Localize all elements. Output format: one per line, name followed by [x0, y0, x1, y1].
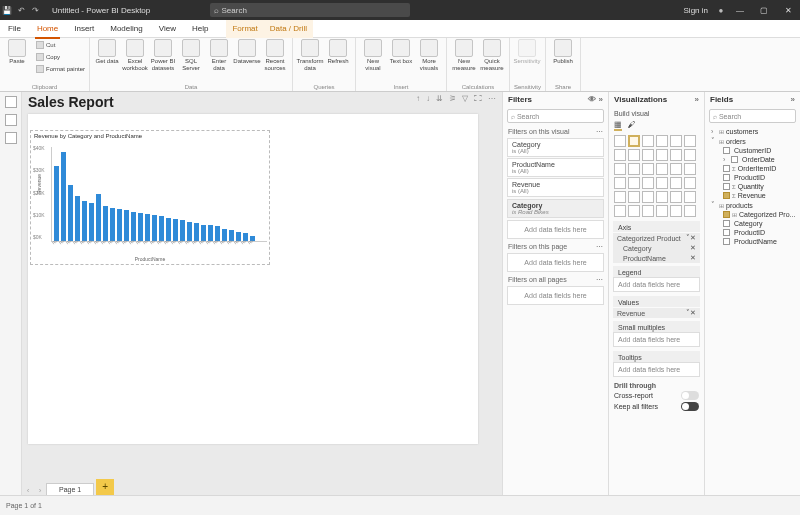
format-painter-icon[interactable]	[36, 65, 44, 73]
field-node[interactable]: Category	[707, 219, 798, 228]
sql-button[interactable]: SQL Server	[178, 39, 204, 72]
bar[interactable]	[145, 214, 150, 241]
collapse-icon[interactable]: »	[692, 95, 699, 104]
menu-insert[interactable]: Insert	[66, 20, 102, 38]
bar[interactable]	[117, 209, 122, 241]
dataverse-button[interactable]: Dataverse	[234, 39, 260, 65]
filter-card[interactable]: ProductNameis (All)	[507, 158, 604, 177]
viz-type-icon[interactable]	[684, 163, 696, 175]
cross-report-toggle[interactable]	[681, 391, 699, 400]
viz-type-icon[interactable]	[642, 191, 654, 203]
bar[interactable]	[131, 212, 136, 241]
expand-icon[interactable]: ⇊	[436, 94, 443, 103]
viz-type-icon[interactable]	[614, 205, 626, 217]
viz-type-icon[interactable]	[614, 163, 626, 175]
remove-icon[interactable]: ✕	[690, 244, 696, 252]
field-node[interactable]: ProductID	[707, 173, 798, 182]
quick-measure-button[interactable]: Quick measure	[479, 39, 505, 72]
menu-data-drill[interactable]: Data / Drill	[264, 20, 313, 38]
redo-icon[interactable]: ↷	[28, 6, 42, 15]
drill-down-icon[interactable]: ↓	[426, 94, 430, 103]
viz-type-icon[interactable]	[670, 163, 682, 175]
bar[interactable]	[173, 219, 178, 241]
viz-type-icon[interactable]	[670, 149, 682, 161]
menu-modeling[interactable]: Modeling	[102, 20, 150, 38]
table-node[interactable]: ›⊞customers	[707, 127, 798, 136]
menu-view[interactable]: View	[151, 20, 184, 38]
bar[interactable]	[89, 203, 94, 241]
viz-type-icon[interactable]	[642, 205, 654, 217]
bar[interactable]	[96, 194, 101, 241]
small-multiples-drop[interactable]: Add data fields here	[613, 332, 700, 347]
sign-in-link[interactable]: Sign in	[678, 6, 714, 15]
new-measure-button[interactable]: New measure	[451, 39, 477, 72]
viz-type-icon[interactable]	[656, 177, 668, 189]
more-options-icon[interactable]: ⋯	[488, 94, 496, 103]
hierarchy-icon[interactable]: ⚞	[449, 94, 456, 103]
drill-up-icon[interactable]: ↑	[416, 94, 420, 103]
eye-icon[interactable]: 👁	[585, 95, 596, 104]
avatar-icon[interactable]: ●	[714, 6, 728, 15]
add-page-button[interactable]: +	[96, 479, 114, 495]
page-tab[interactable]: Page 1	[46, 483, 94, 495]
paste-button[interactable]: Paste	[4, 39, 30, 65]
minimize-button[interactable]: —	[728, 6, 752, 15]
more-visuals-button[interactable]: More visuals	[416, 39, 442, 72]
bar[interactable]	[166, 218, 171, 242]
viz-type-icon[interactable]	[656, 205, 668, 217]
copy-label[interactable]: Copy	[46, 54, 60, 60]
refresh-button[interactable]: Refresh	[325, 39, 351, 65]
section-more-icon[interactable]: ⋯	[596, 276, 603, 284]
table-node[interactable]: ˅⊞orders	[707, 136, 798, 146]
menu-home[interactable]: Home	[29, 20, 66, 38]
section-more-icon[interactable]: ⋯	[596, 128, 603, 136]
remove-icon[interactable]: ✕	[690, 254, 696, 262]
viz-type-icon[interactable]	[642, 163, 654, 175]
publish-button[interactable]: Publish	[550, 39, 576, 65]
viz-type-icon[interactable]	[670, 177, 682, 189]
section-more-icon[interactable]: ⋯	[596, 243, 603, 251]
bar[interactable]	[82, 201, 87, 241]
bar[interactable]	[138, 213, 143, 241]
bar-chart-visual[interactable]: Revenue by Category and ProductName $40K…	[30, 130, 270, 265]
viz-type-icon[interactable]	[684, 177, 696, 189]
enter-data-button[interactable]: Enter data	[206, 39, 232, 72]
filters-all-drop[interactable]: Add data fields here	[507, 286, 604, 305]
bar[interactable]	[68, 185, 73, 241]
viz-type-icon[interactable]	[628, 177, 640, 189]
field-node[interactable]: ›OrderDate	[707, 155, 798, 164]
viz-type-icon[interactable]	[656, 135, 668, 147]
field-node[interactable]: ΣRevenue	[707, 191, 798, 200]
viz-type-icon[interactable]	[684, 135, 696, 147]
axis-well[interactable]: Categorized Product˅✕ Category✕ ProductN…	[613, 233, 700, 263]
field-node[interactable]: ΣOrderItemID	[707, 164, 798, 173]
viz-type-icon[interactable]	[642, 135, 654, 147]
transform-data-button[interactable]: Transform data	[297, 39, 323, 72]
save-icon[interactable]: 💾	[0, 6, 14, 15]
get-data-button[interactable]: Get data	[94, 39, 120, 65]
bar[interactable]	[103, 206, 108, 241]
filter-icon[interactable]: ▽	[462, 94, 468, 103]
report-view-icon[interactable]	[5, 96, 17, 108]
filter-card[interactable]: Revenueis (All)	[507, 178, 604, 197]
field-node[interactable]: ProductID	[707, 228, 798, 237]
viz-type-icon[interactable]	[628, 163, 640, 175]
text-box-button[interactable]: Text box	[388, 39, 414, 65]
menu-format[interactable]: Format	[226, 20, 263, 38]
cut-label[interactable]: Cut	[46, 42, 55, 48]
pbi-datasets-button[interactable]: Power BI datasets	[150, 39, 176, 72]
viz-type-icon[interactable]	[642, 177, 654, 189]
copy-icon[interactable]	[36, 53, 44, 61]
remove-icon[interactable]: ✕	[690, 234, 696, 242]
format-tab-icon[interactable]: 🖌	[628, 120, 636, 131]
excel-button[interactable]: Excel workbook	[122, 39, 148, 72]
report-canvas[interactable]: Sales Report ↑ ↓ ⇊ ⚞ ▽ ⛶ ⋯ Revenue by Ca…	[22, 92, 502, 495]
filters-visual-drop[interactable]: Add data fields here	[507, 220, 604, 239]
build-tab-icon[interactable]: ▦	[614, 120, 622, 131]
bar[interactable]	[75, 196, 80, 241]
table-node[interactable]: ˅⊞products	[707, 200, 798, 210]
bar[interactable]	[124, 210, 129, 241]
field-node[interactable]: ⊞Categorized Pro...	[707, 210, 798, 219]
viz-type-icon[interactable]	[628, 205, 640, 217]
focus-icon[interactable]: ⛶	[474, 94, 482, 103]
